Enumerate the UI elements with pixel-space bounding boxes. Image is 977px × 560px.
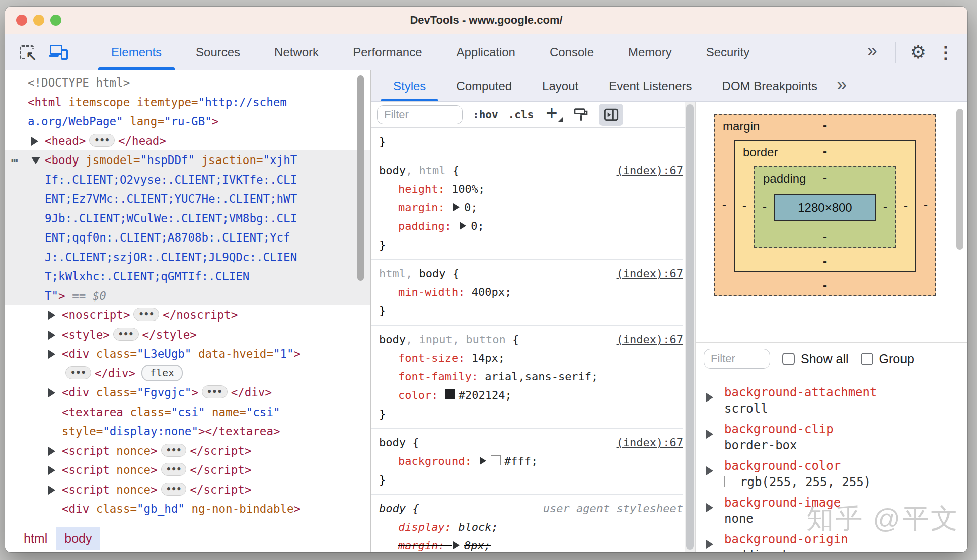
css-property-name[interactable]: margin: [398, 201, 452, 214]
css-property[interactable]: min-width: 400px; [379, 283, 683, 301]
subtab-computed[interactable]: Computed [441, 70, 527, 101]
group-checkbox[interactable] [861, 353, 873, 365]
expand-arrow-icon[interactable] [48, 350, 55, 359]
inline-expand-icon[interactable]: ••• [161, 463, 187, 476]
css-property[interactable]: display: block; [379, 518, 683, 536]
new-style-rule-button[interactable]: + [544, 105, 562, 124]
box-model-padding[interactable]: padding - - - - 1280×800 [754, 166, 896, 248]
computed-property-row[interactable]: background-clipborder-box [696, 421, 967, 453]
rule-selector[interactable]: , [453, 333, 466, 346]
tab-network[interactable]: Network [257, 34, 336, 70]
inline-expand-icon[interactable]: ••• [202, 385, 228, 398]
css-property[interactable]: padding: 0; [379, 217, 683, 235]
color-swatch[interactable] [491, 455, 501, 465]
breadcrumb-item-html[interactable]: html [15, 527, 56, 550]
expand-shorthand-icon[interactable] [480, 457, 486, 465]
dom-panel-scrollbar[interactable] [357, 75, 364, 281]
toggle-element-state-button[interactable]: :hov [473, 109, 498, 121]
inline-expand-icon[interactable]: ••• [65, 366, 91, 379]
margin-top-value[interactable]: - [823, 118, 827, 132]
dom-tree-line[interactable]: <script nonce>•••</script> [5, 480, 370, 500]
rule-selector[interactable]: button [466, 333, 505, 346]
inline-expand-icon[interactable]: ••• [161, 483, 187, 496]
subtab-event-listeners[interactable]: Event Listeners [593, 70, 707, 101]
margin-left-value[interactable]: - [722, 198, 726, 212]
expand-property-icon[interactable] [706, 466, 713, 475]
expand-property-icon[interactable] [706, 393, 713, 402]
dom-tree-line[interactable]: <html itemscope itemtype="http://schem [5, 93, 370, 112]
minimize-window-button[interactable] [33, 15, 44, 26]
subtab-layout[interactable]: Layout [527, 70, 593, 101]
border-bottom-value[interactable]: - [823, 254, 827, 268]
dom-tree-line[interactable]: ENT;qqf0n:.CLIENT;A8708b:.CLIENT;Ycf [5, 228, 370, 248]
close-window-button[interactable] [16, 15, 27, 26]
expand-shorthand-icon[interactable] [460, 222, 466, 230]
dom-tree-line[interactable]: <style>•••</style> [5, 325, 370, 345]
hover-dots-icon[interactable]: ⋯ [11, 150, 19, 170]
border-right-value[interactable]: - [904, 199, 908, 213]
dom-tree-line[interactable]: <div class="gb_hd" ng-non-bindable> [5, 499, 370, 519]
settings-gear-icon[interactable]: ⚙ [910, 43, 926, 61]
expand-property-icon[interactable] [706, 503, 713, 512]
expand-arrow-icon[interactable] [48, 311, 55, 320]
css-property-name[interactable]: margin: [398, 539, 452, 552]
dom-tree-line[interactable]: <textarea class="csi" name="csi" [5, 403, 370, 422]
dom-tree-line[interactable]: 9Jb:.CLIENT;WCulWe:.CLIENT;VM8bg:.CLI [5, 209, 370, 228]
tab-performance[interactable]: Performance [336, 34, 439, 70]
rule-selector[interactable]: , [406, 164, 419, 177]
more-sidebar-tabs-icon[interactable]: » [833, 75, 851, 97]
computed-scrollbar-thumb[interactable] [956, 109, 963, 250]
css-property[interactable]: background: #fff; [379, 452, 683, 470]
css-property[interactable]: color: #202124; [379, 386, 683, 405]
dom-tree-line[interactable]: <head>•••</head> [5, 131, 370, 151]
rule-selector[interactable]: body [379, 333, 406, 346]
dom-tree-line[interactable]: T;kWlxhc:.CLIENT;qGMTIf:.CLIEN [5, 267, 370, 286]
tab-security[interactable]: Security [689, 34, 767, 70]
dom-tree-line[interactable]: •••</div>flex [5, 364, 370, 383]
dom-tree-line[interactable]: ENT;Ez7VMc:.CLIENT;YUC7He:.CLIENT;hWT [5, 189, 370, 209]
dom-tree-line[interactable]: T"> == $0 [5, 286, 370, 306]
border-top-value[interactable]: - [823, 144, 827, 158]
rule-selector[interactable]: body [379, 436, 406, 449]
css-property-name[interactable]: background: [398, 455, 478, 467]
kebab-menu-icon[interactable]: ⋮ [933, 44, 958, 61]
css-property-value[interactable]: block; [458, 521, 498, 533]
dom-tree-line[interactable]: <div class="L3eUgb" data-hveid="1"> [5, 344, 370, 364]
more-tabs-icon[interactable]: » [863, 42, 881, 63]
css-property-value[interactable]: #202124; [459, 389, 512, 402]
stylesheet-source-link[interactable]: (index):67 [617, 433, 683, 452]
device-toolbar-icon[interactable] [46, 41, 71, 64]
inline-expand-icon[interactable]: ••• [113, 328, 139, 341]
css-property-value[interactable]: 8px; [464, 539, 491, 552]
color-swatch[interactable] [445, 389, 455, 399]
dom-tree-line[interactable]: J:.CLIENT;szjOR:.CLIENT;JL9QDc:.CLIEN [5, 248, 370, 267]
rule-selector[interactable]: body [379, 502, 406, 515]
dom-tree-line[interactable]: <!DOCTYPE html> [5, 73, 370, 93]
inline-expand-icon[interactable]: ••• [133, 308, 159, 321]
padding-top-value[interactable]: - [823, 171, 827, 185]
box-model-content-size[interactable]: 1280×800 [774, 194, 876, 221]
dom-tree-line[interactable]: <div class="Fgvgjc">•••</div> [5, 383, 370, 403]
dom-tree-line[interactable]: style="display:none"></textarea> [5, 422, 370, 441]
computed-property-row[interactable]: background-attachmentscroll [696, 384, 967, 417]
box-model-border[interactable]: border - - - - padding - - - [734, 140, 916, 272]
zoom-window-button[interactable] [50, 15, 61, 26]
margin-right-value[interactable]: - [924, 198, 928, 212]
subtab-styles[interactable]: Styles [378, 70, 441, 101]
rule-selector[interactable]: input [419, 333, 452, 346]
rule-selector[interactable]: html [419, 164, 445, 177]
padding-bottom-value[interactable]: - [823, 230, 827, 244]
styles-filter-input[interactable] [377, 105, 463, 124]
dom-tree-line[interactable]: <script nonce>•••</script> [5, 441, 370, 461]
css-property[interactable]: height: 100%; [379, 180, 683, 198]
computed-sidebar-toggle-icon[interactable] [599, 104, 623, 126]
tab-memory[interactable]: Memory [611, 34, 689, 70]
box-model-margin[interactable]: margin - - - - border - - - - [714, 114, 936, 296]
css-property-name[interactable]: color: [398, 389, 445, 402]
css-property-name[interactable]: font-family: [398, 370, 485, 383]
computed-property-row[interactable]: background-originpadding-box [696, 531, 967, 552]
expand-arrow-icon[interactable] [48, 388, 55, 397]
css-property-value[interactable]: 400px; [472, 286, 511, 298]
css-property[interactable]: font-family: arial,sans-serif; [379, 367, 683, 386]
styles-scrollbar-track[interactable] [685, 102, 695, 552]
